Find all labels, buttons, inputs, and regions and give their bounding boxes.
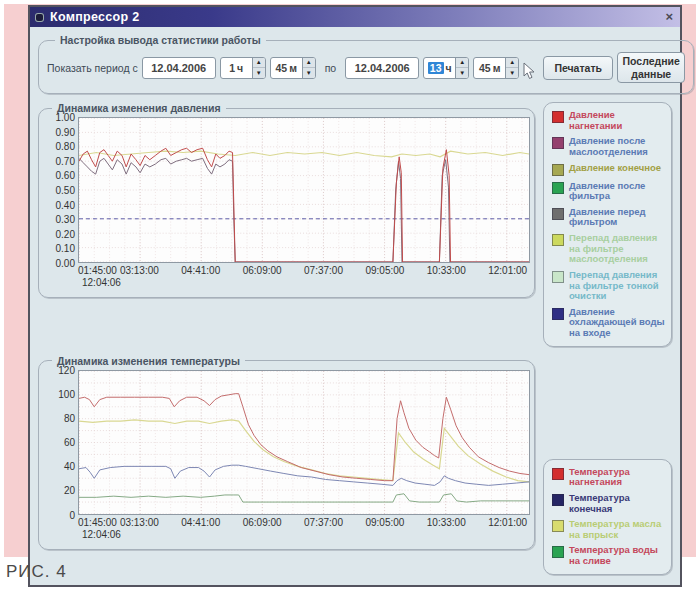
spinner-up-icon[interactable]: ▲	[303, 58, 315, 69]
legend-item: Давление конечное	[552, 163, 665, 176]
legend-swatch	[552, 308, 564, 320]
legend-label: Перепад давления на фильтре тонкой очист…	[569, 270, 665, 302]
series-drain-water-temperature	[79, 493, 529, 501]
legend-label: Температура конечная	[569, 493, 665, 514]
y-tick-label: 0.50	[56, 185, 75, 196]
temperature-legend: Температура нагнетанияТемпература конечн…	[543, 459, 672, 575]
mouse-cursor-icon	[523, 62, 537, 82]
y-tick-label: 120	[58, 365, 75, 376]
y-tick-label: 40	[64, 461, 75, 472]
figure-caption: РИС. 4	[6, 562, 67, 582]
pressure-x-axis: 01:45:0003:13:0004:41:0006:09:0007:37:00…	[78, 263, 530, 291]
legend-swatch	[552, 111, 564, 123]
y-tick-label: 0.80	[56, 141, 75, 152]
x-tick-label: 01:45:00	[78, 517, 117, 528]
window-icon	[36, 14, 43, 21]
page-background: Компрессор 2 × Настройка вывода статисти…	[4, 4, 696, 557]
legend-label: Давление охлаждающей воды на входе	[569, 307, 665, 339]
y-tick-label: 0.30	[56, 214, 75, 225]
y-tick-label: 100	[58, 389, 75, 400]
y-tick-label: 0	[69, 510, 75, 521]
x-tick-label: 03:13:00	[120, 517, 159, 528]
spinner-up-icon[interactable]: ▲	[456, 58, 468, 69]
legend-label: Давление после фильтра	[569, 181, 665, 202]
y-tick-label: 20	[64, 485, 75, 496]
legend-label: Давление конечное	[569, 163, 661, 174]
y-tick-label: 0.20	[56, 229, 75, 240]
minutes-to-spinner[interactable]: 45 м ▲▼	[473, 57, 519, 79]
pressure-y-axis: 1.000.900.800.700.600.500.400.300.200.10…	[44, 117, 78, 291]
x-tick-label: 06:09:00	[243, 265, 282, 276]
latest-data-button[interactable]: Последние данные	[617, 52, 685, 83]
y-tick-label: 0.60	[56, 170, 75, 181]
x-axis-date-label: 12:04:06	[82, 529, 121, 540]
period-from-label: Показать период с	[47, 62, 138, 74]
date-to-field[interactable]	[345, 57, 419, 79]
legend-label: Давление перед фильтром	[569, 207, 665, 228]
legend-swatch	[552, 208, 564, 220]
legend-swatch	[552, 520, 564, 532]
dialog-body: Настройка вывода статистики работы Показ…	[30, 27, 680, 585]
legend-item: Температура воды на сливе	[552, 545, 665, 566]
legend-item: Перепад давления на фильтре тонкой очист…	[552, 270, 665, 302]
x-tick-label: 03:13:00	[120, 265, 159, 276]
pressure-chart-group: Динамика изменения давления 1.000.900.80…	[38, 102, 535, 298]
x-tick-label: 04:41:00	[181, 517, 220, 528]
y-tick-label: 0.70	[56, 156, 75, 167]
print-button[interactable]: Печатать	[543, 56, 613, 80]
legend-item: Давление охлаждающей воды на входе	[552, 307, 665, 339]
y-tick-label: 60	[64, 437, 75, 448]
date-from-field[interactable]	[142, 57, 216, 79]
hours-to-unit: ч	[446, 62, 452, 74]
window-title: Компрессор 2	[50, 10, 140, 24]
legend-swatch	[552, 494, 564, 506]
window-titlebar[interactable]: Компрессор 2 ×	[30, 7, 680, 27]
latest-data-line1: Последние	[623, 55, 680, 67]
legend-swatch	[552, 182, 564, 194]
legend-item: Давление после фильтра	[552, 181, 665, 202]
minutes-from-spinner[interactable]: 45 м ▲▼	[270, 57, 316, 79]
y-tick-label: 0.10	[56, 243, 75, 254]
y-tick-label: 80	[64, 413, 75, 424]
hours-to-spinner[interactable]: 13 ч ▲▼	[423, 57, 469, 79]
minutes-to-value: 45	[479, 62, 491, 74]
latest-data-line2: данные	[631, 68, 671, 80]
close-icon[interactable]: ×	[665, 9, 673, 25]
y-tick-label: 1.00	[56, 112, 75, 123]
x-tick-label: 04:41:00	[181, 265, 220, 276]
x-tick-label: 12:01:00	[488, 517, 527, 528]
legend-swatch	[552, 234, 564, 246]
legend-label: Давление нагнетании	[569, 110, 665, 131]
spinner-down-icon[interactable]: ▼	[456, 68, 468, 78]
legend-item: Давление после маслоотделения	[552, 136, 665, 157]
hours-from-value: 1	[229, 62, 235, 74]
minutes-from-value: 45	[275, 62, 287, 74]
spinner-up-icon[interactable]: ▲	[253, 58, 265, 69]
legend-swatch	[552, 137, 564, 149]
x-tick-label: 10:33:00	[427, 517, 466, 528]
legend-label: Давление после маслоотделения	[569, 136, 665, 157]
temperature-chart-title: Динамика изменения температуры	[52, 355, 245, 367]
temperature-chart-group: Динамика изменения температуры 120100806…	[38, 355, 535, 550]
hours-from-spinner[interactable]: 1 ч ▲▼	[220, 57, 266, 79]
legend-swatch	[552, 164, 564, 176]
spinner-down-icon[interactable]: ▼	[506, 68, 518, 78]
x-tick-label: 06:09:00	[243, 517, 282, 528]
legend-item: Перепад давления на фильтре маслоотделен…	[552, 233, 665, 265]
temperature-chart-block: Динамика изменения температуры 120100806…	[38, 355, 672, 575]
legend-item: Температура конечная	[552, 493, 665, 514]
minutes-to-unit: м	[493, 62, 501, 74]
minutes-from-unit: м	[289, 62, 297, 74]
hours-to-value: 13	[428, 62, 444, 74]
legend-label: Температура масла на впрыск	[569, 519, 665, 540]
legend-label: Температура нагнетания	[569, 467, 665, 488]
spinner-down-icon[interactable]: ▼	[253, 68, 265, 78]
legend-item: Давление перед фильтром	[552, 207, 665, 228]
y-tick-label: 0.90	[56, 127, 75, 138]
settings-group-title: Настройка вывода статистики работы	[55, 34, 266, 46]
spinner-down-icon[interactable]: ▼	[303, 68, 315, 78]
x-tick-label: 09:05:00	[365, 517, 404, 528]
spinner-up-icon[interactable]: ▲	[506, 58, 518, 69]
x-tick-label: 07:37:00	[304, 517, 343, 528]
series-final-pressure	[79, 151, 529, 157]
